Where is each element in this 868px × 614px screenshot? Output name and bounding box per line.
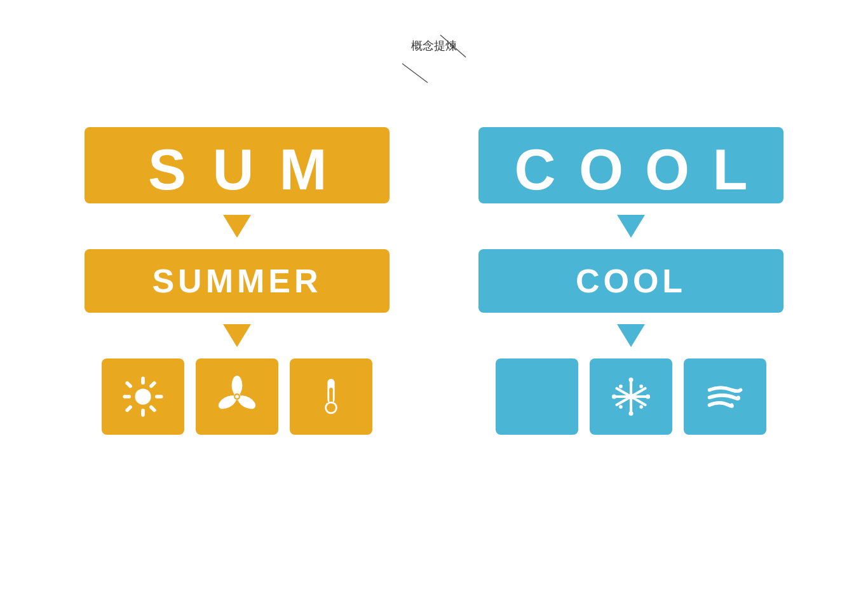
svg-rect-7 bbox=[141, 409, 145, 417]
header-label: 概念提煉 bbox=[411, 39, 457, 52]
svg-point-34 bbox=[629, 411, 634, 416]
svg-point-23 bbox=[327, 404, 336, 413]
svg-rect-12 bbox=[125, 381, 133, 389]
svg-rect-10 bbox=[149, 381, 157, 389]
svg-text:M: M bbox=[280, 138, 327, 197]
svg-rect-8 bbox=[123, 395, 132, 399]
moon-icon-box bbox=[496, 358, 578, 435]
svg-point-39 bbox=[639, 385, 643, 388]
svg-rect-9 bbox=[155, 395, 163, 399]
svg-point-38 bbox=[639, 405, 643, 409]
summer-arrow-2 bbox=[223, 324, 251, 347]
svg-point-36 bbox=[646, 395, 650, 399]
summer-column: S U M SUMMER bbox=[85, 127, 390, 435]
sun-icon bbox=[121, 374, 165, 419]
wind-icon bbox=[703, 374, 747, 419]
svg-text:O: O bbox=[579, 138, 623, 197]
snowflake-icon-box bbox=[590, 358, 672, 435]
svg-point-19 bbox=[235, 395, 239, 399]
svg-text:C: C bbox=[515, 138, 556, 197]
summer-word: SUMMER bbox=[152, 262, 322, 300]
cool-icons-row bbox=[496, 358, 766, 435]
thermometer-icon-box bbox=[290, 358, 372, 435]
decoration-lines bbox=[370, 29, 498, 86]
svg-text:L: L bbox=[713, 138, 748, 197]
svg-line-1 bbox=[402, 64, 428, 83]
svg-rect-6 bbox=[141, 377, 145, 385]
svg-rect-21 bbox=[329, 388, 333, 404]
moon-icon bbox=[515, 374, 559, 419]
summer-icons-row bbox=[102, 358, 372, 435]
header-section: 概念提煉 bbox=[411, 38, 457, 53]
svg-point-33 bbox=[629, 378, 634, 382]
svg-text:U: U bbox=[213, 138, 254, 197]
summer-arrow-1 bbox=[223, 215, 251, 238]
cool-letter-c: C bbox=[507, 133, 563, 197]
svg-point-40 bbox=[619, 405, 623, 409]
wind-icon-box bbox=[684, 358, 766, 435]
cool-word: COOL bbox=[576, 262, 686, 300]
cool-arrow-2 bbox=[617, 324, 645, 347]
thermometer-icon bbox=[309, 374, 353, 419]
sum-letter-u: U bbox=[205, 133, 261, 197]
snowflake-icon bbox=[609, 374, 653, 419]
cool-column: C O O L COOL bbox=[478, 127, 783, 435]
fan-icon-box bbox=[196, 358, 278, 435]
svg-rect-13 bbox=[149, 404, 157, 413]
svg-point-15 bbox=[232, 376, 243, 395]
cool-big-banner: C O O L bbox=[478, 127, 783, 203]
svg-text:S: S bbox=[148, 138, 186, 197]
svg-point-35 bbox=[612, 395, 616, 399]
cool-word-banner: COOL bbox=[478, 249, 783, 313]
svg-text:O: O bbox=[645, 138, 689, 197]
cool-letter-o1: O bbox=[573, 133, 629, 197]
cool-arrow-1 bbox=[617, 215, 645, 238]
main-content: S U M SUMMER bbox=[0, 127, 868, 435]
sum-letter-s: S bbox=[139, 133, 195, 197]
cool-letter-l: L bbox=[705, 133, 755, 197]
summer-word-banner: SUMMER bbox=[85, 249, 390, 313]
cool-letter-o2: O bbox=[639, 133, 695, 197]
svg-point-37 bbox=[619, 385, 623, 388]
sun-icon-box bbox=[102, 358, 184, 435]
page-container: 概念提煉 S U M bbox=[0, 0, 868, 614]
sum-letter-m: M bbox=[271, 133, 335, 197]
fan-icon bbox=[215, 374, 259, 419]
svg-rect-11 bbox=[125, 404, 133, 413]
summer-big-banner: S U M bbox=[85, 127, 390, 203]
svg-point-5 bbox=[135, 388, 151, 404]
